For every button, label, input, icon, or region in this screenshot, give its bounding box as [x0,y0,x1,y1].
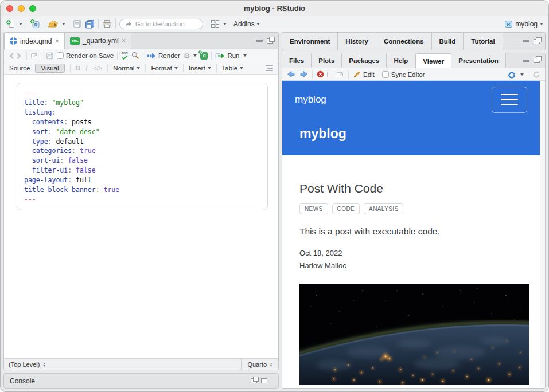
visual-mode-button[interactable]: Visual [35,64,64,73]
paragraph-style-dropdown[interactable]: Normal [113,65,140,72]
stop-icon[interactable] [317,70,328,79]
close-tab-icon[interactable]: × [54,38,59,44]
visual-editor[interactable]: ---title: "myblog"listing: contents: pos… [4,75,278,358]
console-pane-header[interactable]: Console [3,373,279,389]
edit-button[interactable]: Edit [353,70,375,79]
tab-files[interactable]: Files [282,53,312,68]
svg-text:R: R [34,22,38,28]
project-selector[interactable]: R myblog [504,20,543,28]
print-icon [102,19,112,28]
scope-selector[interactable]: (Top Level) ▲▼ [4,359,241,370]
bold-button[interactable]: B [76,65,80,72]
pane-layout-button[interactable] [211,19,220,28]
refresh-icon[interactable] [532,70,540,79]
save-button[interactable] [73,19,81,28]
document-tabbar: index.qmd × YML _quarto.yml × [4,33,278,49]
source-mode-button[interactable]: Source [9,65,30,72]
minimize-pane-icon[interactable] [523,60,529,62]
tab-tutorial[interactable]: Tutorial [464,33,503,50]
new-file-caret[interactable] [19,23,22,25]
yaml-line: categories: true [24,146,260,156]
sync-editor-checkbox[interactable]: Sync Editor [382,71,425,78]
tab-history[interactable]: History [338,33,376,50]
tab-build[interactable]: Build [432,33,464,50]
tab-environment[interactable]: Environment [282,33,338,50]
italic-button[interactable]: I [85,65,88,72]
maximize-pane-icon[interactable] [534,58,540,63]
post-category-badges: NEWSCODEANALYSIS [299,203,540,214]
save-icon[interactable] [46,52,53,60]
pane-layout-caret[interactable] [223,23,227,25]
goto-placeholder: Go to file/function [135,21,185,28]
search-icon[interactable] [131,52,139,60]
insert-menu[interactable]: Insert [189,65,211,72]
blog-navbar-title[interactable]: myblog [295,94,326,105]
maximize-pane-icon[interactable] [261,378,267,383]
tab-packages[interactable]: Packages [342,53,387,68]
addins-button[interactable]: Addins [233,20,260,28]
gear-icon[interactable]: ⚙ [184,52,190,60]
popout-icon[interactable] [30,52,38,59]
minimize-pane-icon[interactable] [523,40,529,42]
category-badge-news[interactable]: NEWS [299,203,328,214]
tab-index-qmd[interactable]: index.qmd × [4,33,65,49]
render-icon [147,52,156,60]
pencil-icon [353,70,361,79]
post-title[interactable]: Post With Code [299,182,540,195]
spellcheck-icon[interactable]: ABC [121,52,128,60]
new-file-icon [6,19,15,29]
save-all-button[interactable] [85,19,95,29]
tab-plots[interactable]: Plots [312,53,342,68]
open-file-button[interactable] [48,19,59,28]
render-options-caret[interactable] [193,54,197,57]
open-file-caret[interactable] [62,23,65,25]
popout-icon[interactable] [336,71,344,78]
forward-icon[interactable] [299,70,308,78]
category-badge-code[interactable]: CODE [332,203,360,214]
project-caret [540,23,543,25]
checkbox-icon[interactable] [382,71,389,78]
tab-presentation[interactable]: Presentation [451,53,506,68]
hamburger-menu-button[interactable] [492,87,527,113]
tab-quarto-yml[interactable]: YML _quarto.yml × [65,33,131,49]
maximize-pane-icon[interactable] [267,38,273,44]
print-button[interactable] [102,19,112,28]
table-menu[interactable]: Table [222,65,244,72]
outline-toggle-icon[interactable] [266,65,273,71]
yaml-line: --- [24,88,260,98]
checkbox-icon[interactable] [57,52,64,59]
run-options-caret[interactable] [243,54,247,57]
files-viewer-pane: FilesPlotsPackagesHelpViewerPresentation [282,53,546,389]
quarto-file-icon [10,37,17,45]
yaml-metadata-block[interactable]: ---title: "myblog"listing: contents: pos… [17,83,268,210]
minimize-pane-icon[interactable] [256,40,263,42]
render-button[interactable]: Render [147,52,180,60]
maximize-pane-icon[interactable] [534,39,540,44]
close-tab-icon[interactable]: × [122,38,126,44]
publish-caret[interactable] [520,73,524,76]
run-button[interactable]: Run [215,52,239,60]
publish-icon[interactable] [507,70,516,79]
insert-chunk-icon[interactable]: +C [200,52,208,60]
titlebar: myblog - RStudio [1,1,548,16]
category-badge-analysis[interactable]: ANALYSIS [364,203,403,214]
render-on-save-checkbox[interactable]: Render on Save [57,52,114,59]
goto-file-input[interactable]: Go to file/function [119,19,203,29]
tab-connections[interactable]: Connections [376,33,432,50]
yaml-line: type: default [24,137,260,147]
new-project-button[interactable]: R [30,19,40,29]
back-icon[interactable] [287,70,295,78]
nav-back-forward-icons[interactable] [8,52,23,60]
goto-arrow-icon [124,20,133,28]
tab-help[interactable]: Help [387,53,415,68]
format-menu[interactable]: Format [151,65,177,72]
save-icon [73,19,81,28]
addins-label: Addins [233,20,255,28]
restore-pane-icon[interactable] [251,378,257,383]
language-mode-selector[interactable]: Quarto ▲▼ [241,359,278,370]
pane-layout-icon [211,19,220,28]
tab-viewer[interactable]: Viewer [415,53,451,68]
new-file-button[interactable] [6,19,15,29]
scrollbar-track[interactable] [540,81,545,388]
code-button[interactable]: </> [93,65,103,72]
